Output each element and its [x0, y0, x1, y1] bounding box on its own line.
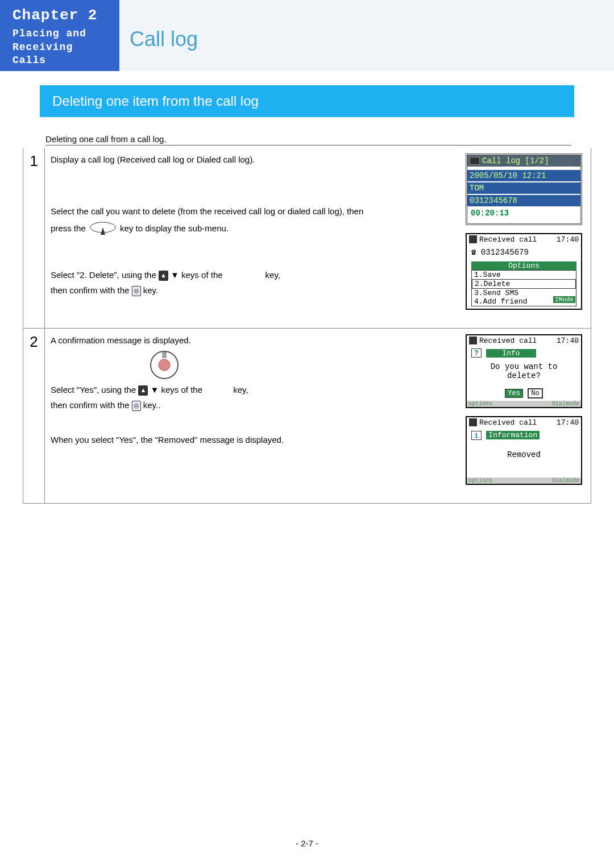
question-icon: ? [471, 348, 482, 358]
chapter-number: Chapter 2 [13, 7, 109, 24]
no-button[interactable]: No [528, 388, 542, 398]
screen-column: Call log [1/2] 2005/05/10 12:21 TOM 0312… [466, 153, 585, 318]
navigation-key-icon [88, 221, 118, 238]
softkey-row: options Dialmode [467, 401, 581, 407]
phone-screen-confirm: Received call 17:40 ? Info Do you want t… [466, 334, 582, 408]
svg-point-2 [159, 359, 170, 371]
screen-caller-name: TOM [467, 182, 580, 194]
phone-screen-options: Received call 17:40 ☎ 0312345679 Options… [466, 233, 582, 310]
topbar-icon [469, 418, 477, 426]
incoming-icon: ☎ [471, 248, 476, 257]
screen-number: 0312345678 [467, 195, 580, 206]
svg-rect-3 [163, 352, 166, 358]
steps-table: 1 Call log [1/2] 2005/05/10 12:21 TOM 03… [23, 148, 591, 504]
screen-time: 17:40 [557, 235, 579, 244]
confirm-msg-line2: delete? [471, 371, 576, 380]
step-content: Received call 17:40 ? Info Do you want t… [45, 329, 591, 504]
intro-text: Deleting one call from a call log. [45, 134, 571, 146]
info-icon: i [471, 431, 482, 440]
down-key-icon: ▼ [150, 385, 159, 394]
step-content: Call log [1/2] 2005/05/10 12:21 TOM 0312… [45, 148, 591, 329]
screen-number-row: ☎ 0312345679 [467, 245, 581, 259]
ok-key-icon: ◎ [132, 286, 141, 296]
section-title: Deleting one item from the call log [40, 85, 574, 117]
option-delete[interactable]: 2.Delete [472, 279, 576, 289]
step-number: 1 [23, 148, 45, 329]
phone-screen-removed: Received call 17:40 i Information Remove… [466, 416, 582, 484]
header-band: Chapter 2 Placing and Receiving Calls Ca… [0, 0, 614, 71]
navigation-key-icon [149, 350, 180, 381]
phone-screen-call-log: Call log [1/2] 2005/05/10 12:21 TOM 0312… [466, 153, 582, 225]
chapter-block: Chapter 2 Placing and Receiving Calls [0, 0, 119, 71]
info-header: Information [486, 431, 540, 439]
screen-body: 2005/05/10 12:21 TOM 0312345678 00:20:13 [467, 167, 580, 223]
table-row: 2 Received call 17:40 ? Info Do y [23, 329, 591, 504]
screen-topbar: Received call 17:40 [467, 417, 581, 428]
screen-time: 17:40 [557, 337, 579, 345]
screen-column: Received call 17:40 ? Info Do you want t… [466, 334, 585, 493]
screen-topbar: Received call 17:40 [467, 234, 581, 245]
softkey-left[interactable]: options [468, 477, 492, 484]
topbar-icon [469, 337, 477, 344]
screen-title: Call log [1/2] [482, 156, 549, 165]
screen-duration: 00:20:13 [471, 207, 577, 221]
removed-msg: Removed [471, 450, 576, 459]
screen-titlebar: Call log [1/2] [467, 155, 580, 167]
option-save[interactable]: 1.Save [472, 271, 576, 279]
up-key-icon: ▲ [138, 385, 148, 395]
screen-topbar: Received call 17:40 [467, 335, 581, 346]
topbar-icon [469, 235, 477, 243]
screen-time: 17:40 [557, 418, 579, 427]
screen-title: Received call [477, 418, 557, 427]
screen-datetime: 2005/05/10 12:21 [467, 170, 580, 181]
ok-key-icon: ◎ [132, 401, 141, 410]
softkey-row: options Dialmode [467, 477, 581, 484]
title-icon [470, 157, 480, 165]
softkey-left[interactable]: options [468, 401, 492, 407]
softkey-right[interactable]: Dialmode [552, 477, 579, 484]
options-header: Options [471, 261, 576, 270]
screen-number: 0312345679 [481, 248, 529, 257]
info-header: Info [486, 349, 536, 358]
chapter-subtitle-line1: Placing and [13, 27, 109, 40]
chapter-subtitle-line2: Receiving Calls [13, 41, 109, 68]
page-number: - 2-7 - [0, 838, 614, 848]
down-key-icon: ▼ [171, 270, 179, 280]
yes-button[interactable]: Yes [505, 389, 523, 398]
screen-title: Received call [477, 235, 557, 244]
step-number: 2 [23, 329, 45, 504]
screen-title: Received call [477, 337, 557, 345]
mode-button[interactable]: IMode [553, 296, 575, 303]
table-row: 1 Call log [1/2] 2005/05/10 12:21 TOM 03… [23, 148, 591, 329]
softkey-right[interactable]: Dialmode [552, 401, 579, 407]
confirm-msg-line1: Do you want to [471, 362, 576, 371]
up-key-icon: ▲ [159, 271, 168, 280]
page-title: Call log [119, 0, 198, 71]
